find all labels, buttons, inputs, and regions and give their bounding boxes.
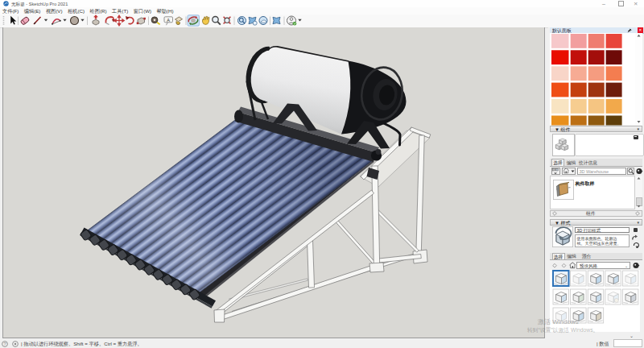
svg-text:?: ? — [3, 342, 6, 346]
svg-text:A: A — [167, 18, 170, 23]
